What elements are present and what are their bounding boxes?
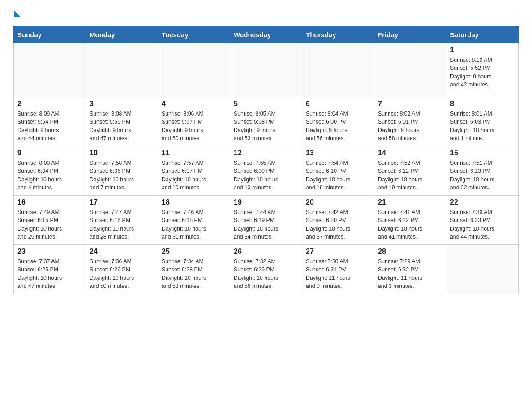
day-info: Sunrise: 7:34 AM Sunset: 6:28 PM Dayligh… [162, 257, 226, 291]
day-cell: 14Sunrise: 7:52 AM Sunset: 6:12 PM Dayli… [374, 146, 446, 196]
day-cell: 4Sunrise: 8:06 AM Sunset: 5:57 PM Daylig… [158, 97, 230, 146]
day-info: Sunrise: 7:51 AM Sunset: 6:13 PM Dayligh… [450, 159, 515, 192]
day-info: Sunrise: 8:00 AM Sunset: 6:04 PM Dayligh… [17, 159, 82, 192]
day-info: Sunrise: 8:06 AM Sunset: 5:57 PM Dayligh… [162, 110, 226, 143]
day-number: 5 [234, 100, 298, 108]
day-info: Sunrise: 8:05 AM Sunset: 5:58 PM Dayligh… [234, 110, 298, 143]
week-row-4: 16Sunrise: 7:49 AM Sunset: 6:15 PM Dayli… [14, 196, 519, 245]
day-cell: 25Sunrise: 7:34 AM Sunset: 6:28 PM Dayli… [158, 245, 230, 294]
day-info: Sunrise: 8:02 AM Sunset: 6:01 PM Dayligh… [378, 110, 442, 143]
day-number: 22 [450, 198, 515, 206]
weekday-header-thursday: Thursday [302, 26, 374, 43]
calendar-body: 1Sunrise: 8:10 AM Sunset: 5:52 PM Daylig… [14, 43, 519, 294]
day-cell [86, 43, 158, 97]
day-info: Sunrise: 7:47 AM Sunset: 6:16 PM Dayligh… [90, 208, 154, 241]
day-number: 21 [378, 198, 442, 206]
day-cell: 28Sunrise: 7:29 AM Sunset: 6:32 PM Dayli… [374, 245, 446, 294]
day-info: Sunrise: 7:36 AM Sunset: 6:26 PM Dayligh… [90, 257, 154, 291]
day-number: 26 [234, 248, 298, 256]
day-number: 2 [17, 100, 82, 108]
day-number: 19 [234, 198, 298, 206]
day-cell: 16Sunrise: 7:49 AM Sunset: 6:15 PM Dayli… [14, 196, 86, 245]
day-cell [446, 245, 519, 294]
weekday-header-wednesday: Wednesday [230, 26, 302, 43]
day-cell: 11Sunrise: 7:57 AM Sunset: 6:07 PM Dayli… [158, 146, 230, 196]
day-number: 14 [378, 149, 442, 157]
day-cell: 7Sunrise: 8:02 AM Sunset: 6:01 PM Daylig… [374, 97, 446, 146]
day-cell [302, 43, 374, 97]
day-info: Sunrise: 7:32 AM Sunset: 6:29 PM Dayligh… [234, 257, 298, 291]
day-number: 20 [306, 198, 370, 206]
day-cell: 23Sunrise: 7:37 AM Sunset: 6:25 PM Dayli… [14, 245, 86, 294]
weekday-header-monday: Monday [86, 26, 158, 43]
day-number: 17 [90, 198, 154, 206]
day-cell: 22Sunrise: 7:39 AM Sunset: 6:23 PM Dayli… [446, 196, 519, 245]
day-cell: 10Sunrise: 7:58 AM Sunset: 6:06 PM Dayli… [86, 146, 158, 196]
day-cell: 6Sunrise: 8:04 AM Sunset: 6:00 PM Daylig… [302, 97, 374, 146]
weekday-header-friday: Friday [374, 26, 446, 43]
day-cell: 15Sunrise: 7:51 AM Sunset: 6:13 PM Dayli… [446, 146, 519, 196]
day-number: 10 [90, 149, 154, 157]
day-number: 7 [378, 100, 442, 108]
day-number: 8 [450, 100, 515, 108]
day-info: Sunrise: 7:37 AM Sunset: 6:25 PM Dayligh… [17, 257, 82, 291]
day-cell: 5Sunrise: 8:05 AM Sunset: 5:58 PM Daylig… [230, 97, 302, 146]
day-cell [374, 43, 446, 97]
day-info: Sunrise: 7:54 AM Sunset: 6:10 PM Dayligh… [306, 159, 370, 192]
weekday-header-row: SundayMondayTuesdayWednesdayThursdayFrid… [14, 26, 519, 43]
day-info: Sunrise: 7:41 AM Sunset: 6:22 PM Dayligh… [378, 208, 442, 241]
day-cell: 8Sunrise: 8:01 AM Sunset: 6:03 PM Daylig… [446, 97, 519, 146]
day-info: Sunrise: 7:52 AM Sunset: 6:12 PM Dayligh… [378, 159, 442, 192]
day-number: 11 [162, 149, 226, 157]
day-info: Sunrise: 7:44 AM Sunset: 6:19 PM Dayligh… [234, 208, 298, 241]
day-info: Sunrise: 8:01 AM Sunset: 6:03 PM Dayligh… [450, 110, 515, 143]
day-cell: 24Sunrise: 7:36 AM Sunset: 6:26 PM Dayli… [86, 245, 158, 294]
day-number: 27 [306, 248, 370, 256]
day-info: Sunrise: 7:39 AM Sunset: 6:23 PM Dayligh… [450, 208, 515, 241]
day-cell: 13Sunrise: 7:54 AM Sunset: 6:10 PM Dayli… [302, 146, 374, 196]
day-number: 1 [450, 46, 515, 54]
day-info: Sunrise: 7:57 AM Sunset: 6:07 PM Dayligh… [162, 159, 226, 192]
day-number: 4 [162, 100, 226, 108]
day-number: 15 [450, 149, 515, 157]
day-cell: 3Sunrise: 8:08 AM Sunset: 5:55 PM Daylig… [86, 97, 158, 146]
day-number: 25 [162, 248, 226, 256]
day-number: 3 [90, 100, 154, 108]
logo-arrow-icon [14, 11, 21, 17]
day-info: Sunrise: 7:58 AM Sunset: 6:06 PM Dayligh… [90, 159, 154, 192]
day-info: Sunrise: 7:42 AM Sunset: 6:20 PM Dayligh… [306, 208, 370, 241]
day-number: 6 [306, 100, 370, 108]
week-row-3: 9Sunrise: 8:00 AM Sunset: 6:04 PM Daylig… [14, 146, 519, 196]
weekday-header-saturday: Saturday [446, 26, 519, 43]
day-info: Sunrise: 7:55 AM Sunset: 6:09 PM Dayligh… [234, 159, 298, 192]
day-cell: 17Sunrise: 7:47 AM Sunset: 6:16 PM Dayli… [86, 196, 158, 245]
day-number: 23 [17, 248, 82, 256]
day-number: 12 [234, 149, 298, 157]
day-info: Sunrise: 8:04 AM Sunset: 6:00 PM Dayligh… [306, 110, 370, 143]
day-info: Sunrise: 8:08 AM Sunset: 5:55 PM Dayligh… [90, 110, 154, 143]
logo [13, 9, 21, 17]
day-cell [14, 43, 86, 97]
day-cell [230, 43, 302, 97]
day-cell: 20Sunrise: 7:42 AM Sunset: 6:20 PM Dayli… [302, 196, 374, 245]
day-cell: 18Sunrise: 7:46 AM Sunset: 6:18 PM Dayli… [158, 196, 230, 245]
calendar-table: SundayMondayTuesdayWednesdayThursdayFrid… [13, 26, 519, 294]
day-number: 16 [17, 198, 82, 206]
day-cell: 12Sunrise: 7:55 AM Sunset: 6:09 PM Dayli… [230, 146, 302, 196]
day-number: 28 [378, 248, 442, 256]
logo-line1 [13, 9, 21, 17]
day-cell: 21Sunrise: 7:41 AM Sunset: 6:22 PM Dayli… [374, 196, 446, 245]
day-info: Sunrise: 7:29 AM Sunset: 6:32 PM Dayligh… [378, 257, 442, 291]
week-row-5: 23Sunrise: 7:37 AM Sunset: 6:25 PM Dayli… [14, 245, 519, 294]
day-cell [158, 43, 230, 97]
page-header [13, 9, 519, 17]
day-number: 24 [90, 248, 154, 256]
week-row-2: 2Sunrise: 8:09 AM Sunset: 5:54 PM Daylig… [14, 97, 519, 146]
weekday-header-sunday: Sunday [14, 26, 86, 43]
day-cell: 26Sunrise: 7:32 AM Sunset: 6:29 PM Dayli… [230, 245, 302, 294]
day-info: Sunrise: 8:10 AM Sunset: 5:52 PM Dayligh… [450, 56, 515, 89]
day-number: 18 [162, 198, 226, 206]
day-cell: 9Sunrise: 8:00 AM Sunset: 6:04 PM Daylig… [14, 146, 86, 196]
day-cell: 2Sunrise: 8:09 AM Sunset: 5:54 PM Daylig… [14, 97, 86, 146]
day-info: Sunrise: 7:49 AM Sunset: 6:15 PM Dayligh… [17, 208, 82, 241]
